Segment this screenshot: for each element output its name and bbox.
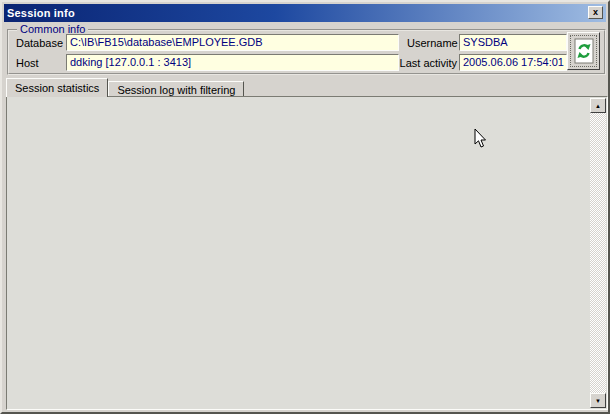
database-label: Database [16, 37, 63, 49]
host-field[interactable]: ddking [127.0.0.1 : 3413] [66, 54, 399, 71]
common-info-groupbox: Common info Database C:\IB\FB15\database… [7, 29, 606, 75]
close-button[interactable]: x [588, 6, 603, 19]
chevron-up-icon: ▲ [595, 103, 601, 109]
tab-session-log[interactable]: Session log with filtering [108, 81, 244, 97]
titlebar[interactable]: Session info x [4, 4, 606, 22]
close-icon: x [593, 8, 598, 17]
scroll-up-button[interactable]: ▲ [590, 98, 606, 113]
window-title: Session info [7, 7, 75, 19]
username-field[interactable]: SYSDBA [459, 34, 567, 51]
vertical-scrollbar[interactable]: ▲ ▼ [590, 98, 606, 408]
scroll-down-button[interactable]: ▼ [590, 393, 606, 408]
statistics-panel: ▲ ▼ [6, 96, 608, 410]
mouse-cursor-icon [474, 128, 487, 149]
tab-session-statistics[interactable]: Session statistics [6, 78, 108, 97]
session-info-window: Session info x Common info Database C:\I… [0, 0, 610, 414]
database-field[interactable]: C:\IB\FB15\database\EMPLOYEE.GDB [66, 34, 399, 51]
last-activity-label: Last activity [397, 57, 457, 69]
last-activity-field[interactable]: 2005.06.06 17:54:01 [459, 54, 567, 71]
host-label: Host [16, 57, 39, 69]
tabstrip: Session statistics Session log with filt… [6, 78, 244, 97]
refresh-button[interactable] [567, 32, 600, 70]
chevron-down-icon: ▼ [595, 398, 601, 404]
refresh-arrows-icon [573, 38, 595, 64]
username-label: Username [407, 37, 457, 49]
refresh-focus-ring [570, 35, 597, 67]
